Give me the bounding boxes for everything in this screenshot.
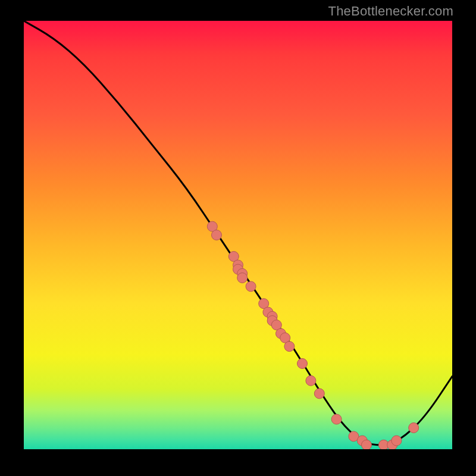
plot-background xyxy=(24,21,452,449)
watermark-label: TheBottlenecker.com xyxy=(328,4,453,19)
chart-container: TheBottlenecker.com xyxy=(0,0,476,476)
